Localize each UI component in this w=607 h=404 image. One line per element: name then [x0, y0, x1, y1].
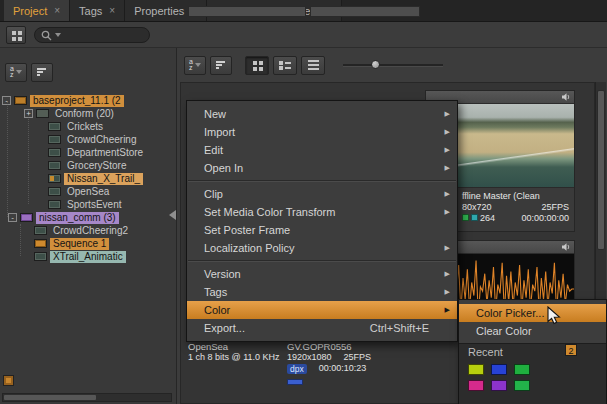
tree-guide-line [7, 102, 8, 217]
scrollbar-thumb[interactable] [597, 90, 605, 250]
submenu-arrow-icon: ▶ [441, 110, 450, 118]
menu-item-localization-policy[interactable]: Localization Policy ▶ [187, 239, 457, 257]
clip-fps: 25FPS [541, 202, 569, 212]
menu-separator [188, 180, 456, 181]
clip-icon [34, 252, 47, 261]
color-submenu: Color Picker... Clear Color Recent [458, 299, 607, 404]
tree-item-sportsevent[interactable]: SportsEvent [0, 198, 175, 211]
bin-horizontal-scrollbar[interactable] [2, 393, 172, 402]
color-swatch[interactable] [468, 380, 484, 391]
search-input[interactable] [34, 27, 150, 43]
menu-item-color-picker[interactable]: Color Picker... [459, 304, 606, 322]
context-menu: New ▶ Import ▶ Edit ▶ Open In ▶ Clip ▶ S… [186, 100, 458, 342]
tree-item-crowdcheering[interactable]: CrowdCheering [0, 133, 175, 146]
card-header-partial [310, 6, 420, 17]
color-swatch[interactable] [468, 364, 484, 375]
tree-guide-line [28, 115, 29, 204]
clip-codec: 264 [480, 213, 495, 223]
sort-direction-caret-icon [195, 63, 201, 67]
submenu-arrow-icon: ▶ [441, 270, 450, 278]
tree-item-nissan-x-trail[interactable]: Nissan_X_Trail_ [0, 172, 175, 185]
menu-item-export[interactable]: Export... Ctrl+Shift+E [187, 319, 457, 337]
sort-alpha-button[interactable]: az [5, 63, 27, 82]
tree-item-conform[interactable]: + Conform (20) [0, 107, 175, 120]
sort-direction-caret-icon [16, 70, 22, 74]
tab-label: Project [13, 5, 47, 17]
media-panel-header: az [184, 52, 443, 78]
menu-item-version[interactable]: Version ▶ [187, 265, 457, 283]
sort-order-button[interactable] [31, 63, 53, 82]
menu-item-new[interactable]: New ▶ [187, 105, 457, 123]
tree-item-sequence-1[interactable]: Sequence 1 [0, 237, 175, 250]
tree-item-nissan-comm[interactable]: - nissan_comm (3) [0, 211, 175, 224]
clip-title: ffline Master (Clean [462, 191, 540, 201]
sort-alpha-button[interactable]: az [184, 56, 206, 75]
submenu-arrow-icon: ▶ [441, 306, 450, 314]
tab-label: Tags [79, 5, 102, 17]
thumbnail-size-slider[interactable] [343, 59, 443, 71]
menu-item-open-in[interactable]: Open In ▶ [187, 159, 457, 177]
clip-icon [48, 135, 61, 144]
tree-item-crickets[interactable]: Crickets [0, 120, 175, 133]
project-icon [14, 96, 27, 105]
view-mode-thumb-list-button[interactable] [273, 56, 297, 75]
panel-splitter-collapse-arrow[interactable] [169, 210, 176, 220]
clip-info-opensea[interactable]: OpenSea 1 ch 8 bits @ 11.0 KHz [188, 341, 280, 363]
menu-item-import[interactable]: Import ▶ [187, 123, 457, 141]
color-swatch[interactable] [491, 380, 507, 391]
tree-item-opensea[interactable]: OpenSea [0, 185, 175, 198]
menu-item-set-media-color-transform[interactable]: Set Media Color Transform ▶ [187, 203, 457, 221]
tree-item-departmentstore[interactable]: DepartmentStore [0, 146, 175, 159]
color-swatch[interactable] [514, 380, 530, 391]
view-mode-thumbnails-button[interactable] [245, 56, 269, 75]
menu-item-color[interactable]: Color ▶ [187, 301, 457, 319]
sort-alpha-icon: az [189, 59, 193, 71]
tab-tags[interactable]: Tags × [70, 0, 125, 21]
menu-item-clear-color[interactable]: Clear Color [459, 322, 606, 340]
speaker-icon [561, 92, 571, 102]
thumb-list-icon [279, 60, 291, 70]
sort-bars-icon [37, 68, 47, 77]
scrollbar-thumb[interactable] [4, 395, 96, 400]
layout-grid-button[interactable] [6, 26, 26, 44]
submenu-arrow-icon: ▶ [441, 288, 450, 296]
tree-item-xtrail-animatic[interactable]: XTrail_Animatic [0, 250, 175, 263]
color-swatch[interactable] [491, 364, 507, 375]
submenu-arrow-icon: ▶ [441, 190, 450, 198]
clip-info-gopro[interactable]: GV.GOPR0556 1920x1080 25FPS dpx 00:00:10… [287, 341, 371, 387]
clip-icon [48, 148, 61, 157]
bin-icon [36, 109, 49, 118]
clip-timecode: 00:00:10:23 [319, 363, 367, 374]
menu-shortcut: Ctrl+Shift+E [370, 322, 429, 334]
menu-item-set-poster-frame[interactable]: Set Poster Frame [187, 221, 457, 239]
menu-item-edit[interactable]: Edit ▶ [187, 141, 457, 159]
submenu-arrow-icon: ▶ [441, 208, 450, 216]
tree-item-crowdcheering2[interactable]: CrowdCheering2 [0, 224, 175, 237]
grid-icon [12, 31, 16, 35]
toolbar [0, 23, 607, 48]
tree-item-baseproject[interactable]: - baseproject_11.1 (2 [0, 94, 175, 107]
close-icon[interactable]: × [109, 6, 115, 16]
search-options-caret-icon[interactable] [55, 33, 61, 37]
list-icon [308, 64, 319, 66]
slider-knob[interactable] [371, 60, 380, 69]
tree-item-grocerystore[interactable]: GroceryStore [0, 159, 175, 172]
clip-icon [48, 200, 61, 209]
menu-item-clip[interactable]: Clip ▶ [187, 185, 457, 203]
sort-bars-icon [216, 61, 226, 70]
sort-order-button[interactable] [210, 56, 232, 75]
tag-chip [287, 379, 303, 385]
tag-chip [471, 214, 478, 221]
recent-colors-section: Recent [459, 343, 606, 404]
color-swatch[interactable] [514, 364, 530, 375]
view-mode-list-button[interactable] [301, 56, 325, 75]
expander-icon[interactable]: - [8, 213, 17, 222]
tag-count-badge: 2 [565, 344, 577, 356]
clip-timecode: 00:00:00:00 [521, 213, 569, 223]
app-window: Project × Tags × Properties × Background… [0, 0, 607, 404]
slider-track [343, 64, 443, 66]
close-icon[interactable]: × [54, 6, 60, 16]
tab-project[interactable]: Project × [4, 0, 70, 21]
menu-item-tags[interactable]: Tags ▶ [187, 283, 457, 301]
clip-fps: 25FPS [344, 352, 372, 363]
